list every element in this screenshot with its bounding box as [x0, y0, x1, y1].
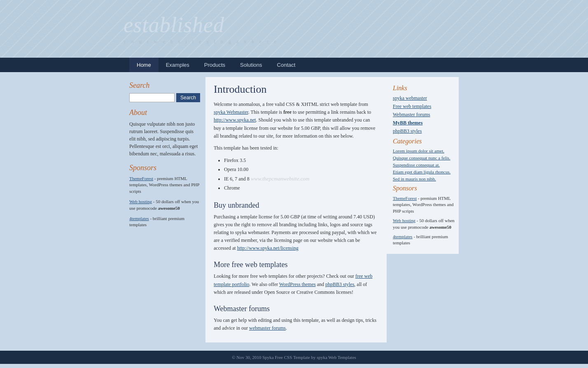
- right-cat-3[interactable]: Suspendisse consequat at.: [393, 162, 455, 167]
- more-p-middle: . We also offer: [249, 281, 279, 287]
- categories-heading: Categories: [393, 138, 455, 145]
- right-sidebar: Links spyka webmaster Free web templates…: [387, 77, 459, 254]
- webmaster-paragraph: You can get help with editing and using …: [214, 316, 378, 332]
- nav-examples[interactable]: Examples: [159, 58, 197, 72]
- nav-products[interactable]: Products: [197, 58, 233, 72]
- right-link-2[interactable]: Free web templates: [393, 103, 455, 110]
- left-sidebar: Search Search About Quisque vulputate ni…: [129, 77, 205, 232]
- left-sponsor-3-link[interactable]: 4templates: [129, 216, 149, 221]
- right-cat-5[interactable]: Sed in mauris non nibh.: [393, 176, 455, 181]
- tested-list: Firefox 3.5 Opera 10.00 IE 6, 7 and 8 ww…: [224, 156, 378, 192]
- webmaster-link[interactable]: webmaster forums: [249, 325, 286, 331]
- right-sponsor-3: 4templates - brilliant premium templates: [393, 234, 455, 246]
- intro-tested-text: This template has been tested in:: [214, 144, 378, 152]
- right-link-1[interactable]: spyka webmaster: [393, 95, 455, 101]
- more-heading: More free web templates: [214, 260, 378, 269]
- footer: © Nov 30, 2010 Spyka Free CSS Template b…: [0, 351, 588, 364]
- webmaster-p-before: You can get help with editing and using …: [214, 317, 376, 331]
- intro-p1-link1[interactable]: spyka Webmaster: [214, 109, 248, 115]
- intro-p1-middle: . This template is: [248, 109, 283, 115]
- right-cat-2[interactable]: Quisque consequat nunc a felis.: [393, 155, 455, 160]
- site-header: established y o u r w e b s i t e s l o …: [0, 0, 588, 58]
- more-paragraph: Looking for more free web templates for …: [214, 272, 378, 296]
- intro-p1-after: to use permitting a link remains back to: [292, 109, 371, 115]
- right-sponsor-1: ThemeForest - premium HTML templates, Wo…: [393, 195, 455, 214]
- links-heading: Links: [393, 84, 455, 92]
- navbar: Home Examples Products Solutions Contact: [0, 58, 588, 72]
- list-item: Chrome: [224, 184, 378, 193]
- more-p-before: Looking for more free web templates for …: [214, 273, 355, 279]
- list-item: Firefox 3.5: [224, 156, 378, 165]
- more-link2[interactable]: WordPress themes: [279, 281, 316, 287]
- left-sponsor-3: 4templates - brilliant premium templates: [129, 216, 199, 228]
- more-p-and: and: [316, 281, 325, 287]
- intro-paragraph-1: Welcome to anomalous, a free valid CSS &…: [214, 101, 378, 140]
- right-link-5[interactable]: phpBB3 styles: [393, 128, 455, 134]
- right-cat-1[interactable]: Lorem ipsum dolor sit amet.: [393, 148, 455, 153]
- watermark: www.thepcmanwebsite.com: [251, 176, 310, 182]
- search-heading: Search: [129, 81, 199, 90]
- right-link-3[interactable]: Webmaster forums: [393, 112, 455, 118]
- buy-paragraph: Purchasing a template license for 5.00 G…: [214, 213, 378, 253]
- footer-text: © Nov 30, 2010 Spyka Free CSS Template b…: [232, 355, 356, 360]
- left-sponsor-1-link[interactable]: ThemeForest: [129, 176, 153, 181]
- more-link3[interactable]: phpBB3 styles: [325, 281, 354, 287]
- about-text: Quisque vulputate nibh non justo rutrum …: [129, 120, 199, 157]
- nav-home[interactable]: Home: [129, 58, 159, 72]
- right-sponsor-2: Web hosting - 50 dollars off when you us…: [393, 218, 455, 230]
- right-sponsor-2-promo: awesome50: [429, 225, 451, 230]
- left-sponsor-1: ThemeForest - premium HTML templates, Wo…: [129, 176, 199, 195]
- left-sponsors-heading: Sponsors: [129, 164, 199, 172]
- search-box: Search: [129, 93, 199, 102]
- left-sponsor-2-promo: awesome50: [158, 206, 180, 211]
- site-slogan: y o u r w e b s i t e s l o g a n h e r …: [124, 39, 278, 45]
- intro-p1-before: Welcome to anomalous, a free valid CSS &…: [214, 101, 368, 107]
- right-link-4[interactable]: MyBB themes: [393, 120, 455, 126]
- right-sponsor-2-link[interactable]: Web hosting: [393, 218, 415, 223]
- buy-heading: Buy unbranded: [214, 201, 378, 210]
- list-item: Opera 10.00: [224, 165, 378, 174]
- intro-p1-link2[interactable]: http://www.spyka.net: [214, 117, 256, 123]
- list-item: IE 6, 7 and 8 www.thepcmanwebsite.com: [224, 174, 378, 184]
- webmaster-heading: Webmaster forums: [214, 305, 378, 313]
- right-sponsors-heading: Sponsors: [393, 185, 455, 192]
- main-content: Introduction Welcome to anomalous, a fre…: [205, 77, 387, 342]
- nav-solutions[interactable]: Solutions: [233, 58, 269, 72]
- site-title: established: [124, 13, 278, 37]
- about-heading: About: [129, 108, 199, 117]
- intro-heading: Introduction: [214, 83, 378, 96]
- search-button[interactable]: Search: [176, 93, 200, 102]
- nav-contact[interactable]: Contact: [270, 58, 303, 72]
- left-sponsor-2: Web hosting - 50 dollars off when you us…: [129, 199, 199, 211]
- right-sponsor-1-link[interactable]: ThemeForest: [393, 196, 417, 201]
- buy-link[interactable]: http://www.spyka.net/licensing: [237, 245, 299, 251]
- right-sponsor-3-link[interactable]: 4templates: [393, 234, 413, 239]
- right-cat-4[interactable]: Etiam eget diam ligula rhoncus.: [393, 169, 455, 174]
- search-input[interactable]: [129, 93, 175, 102]
- intro-p1-free: free: [283, 109, 292, 115]
- webmaster-p-end: .: [286, 325, 287, 331]
- left-sponsor-2-link[interactable]: Web hosting: [129, 199, 152, 204]
